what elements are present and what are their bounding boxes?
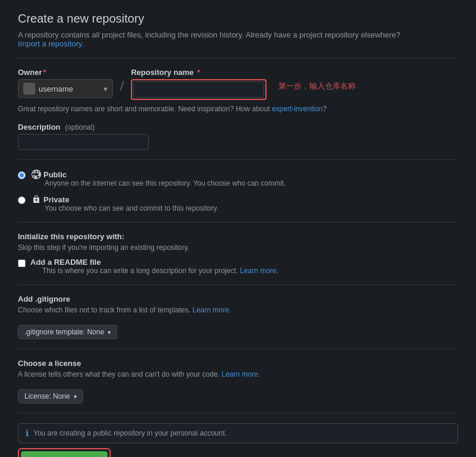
visibility-divider [18, 159, 458, 160]
globe-icon [32, 170, 41, 179]
license-dropdown[interactable]: License: None ▾ [18, 389, 83, 403]
license-learn-more-link[interactable]: Learn more. [222, 370, 261, 378]
owner-value: username [39, 84, 73, 93]
public-label: Public [43, 170, 67, 179]
owner-label: Owner* [18, 68, 113, 77]
initialize-section: Initialize this repository with: Skip th… [18, 232, 458, 275]
page-subtitle: A repository contains all project files,… [18, 30, 458, 48]
public-radio[interactable] [18, 171, 26, 179]
gitignore-learn-more-link[interactable]: Learn more. [192, 306, 231, 314]
init-divider [18, 222, 458, 223]
license-divider [18, 349, 458, 349]
info-icon: ℹ [26, 428, 29, 438]
bottom-divider [18, 413, 458, 414]
repo-name-highlight-box [131, 79, 267, 100]
owner-chevron-icon: ▾ [104, 84, 108, 93]
readme-learn-more-link[interactable]: Learn more. [240, 267, 278, 275]
private-label: Private [43, 195, 69, 204]
visibility-group: Public Anyone on the internet can see th… [18, 170, 458, 212]
header-divider [18, 58, 458, 58]
readme-label: Add a README file [30, 258, 101, 267]
public-option: Public Anyone on the internet can see th… [18, 170, 458, 187]
repo-name-label: Repository name * [131, 68, 267, 77]
create-repository-button[interactable]: Create repository [21, 451, 108, 457]
page-title: Create a new repository [18, 12, 458, 26]
info-text: You are creating a public repository in … [33, 429, 227, 437]
initialize-title: Initialize this repository with: [18, 232, 458, 241]
private-option: Private You choose who can see and commi… [18, 195, 458, 212]
gitignore-section: Add .gitignore Choose which files not to… [18, 295, 458, 339]
repo-name-group: Repository name * [131, 68, 267, 100]
create-btn-highlight-box: Create repository [18, 448, 111, 457]
initialize-subtitle: Skip this step if you're importing an ex… [18, 243, 458, 252]
info-box: ℹ You are creating a public repository i… [18, 423, 458, 443]
license-dropdown-label: License: None [24, 392, 70, 400]
private-content: Private You choose who can see and commi… [32, 195, 218, 212]
license-section: Choose a license A license tells others … [18, 359, 458, 403]
bottom-row: Create repository 第二步，创建仓库 [18, 448, 458, 457]
repo-name-input[interactable] [133, 82, 264, 98]
owner-dropdown[interactable]: username ▾ [18, 79, 113, 98]
slash-separator: / [119, 79, 125, 94]
gitignore-divider [18, 284, 458, 285]
owner-avatar [23, 83, 35, 95]
readme-checkbox[interactable] [18, 259, 26, 267]
private-description: You choose who can see and commit to thi… [45, 204, 218, 212]
repo-name-hint: Great repository names are short and mem… [18, 105, 458, 113]
lock-icon [32, 195, 41, 204]
description-label: Description (optional) [18, 123, 458, 132]
owner-repo-row: Owner* username ▾ / Repository name * 第一… [18, 68, 458, 100]
import-link[interactable]: Import a repository. [18, 39, 84, 48]
private-radio[interactable] [18, 196, 26, 204]
readme-description: This is where you can write a long descr… [42, 267, 278, 275]
description-group: Description (optional) [18, 123, 458, 150]
gitignore-title: Add .gitignore [18, 295, 458, 303]
readme-row: Add a README file This is where you can … [18, 258, 458, 275]
gitignore-dropdown-label: .gitignore template: None [24, 328, 104, 336]
description-input[interactable] [18, 134, 149, 150]
license-chevron-icon: ▾ [74, 393, 77, 400]
gitignore-chevron-icon: ▾ [108, 329, 111, 336]
suggestion-link[interactable]: expert-invention [272, 105, 322, 113]
gitignore-description: Choose which files not to track from a l… [18, 306, 458, 314]
license-description: A license tells others what they can and… [18, 370, 458, 378]
owner-group: Owner* username ▾ [18, 68, 113, 98]
step1-annotation: 第一步，输入仓库名称 [278, 81, 356, 92]
public-content: Public Anyone on the internet can see th… [32, 170, 286, 187]
license-title: Choose a license [18, 359, 458, 368]
gitignore-dropdown[interactable]: .gitignore template: None ▾ [18, 325, 117, 339]
public-description: Anyone on the internet can see this repo… [45, 179, 286, 187]
